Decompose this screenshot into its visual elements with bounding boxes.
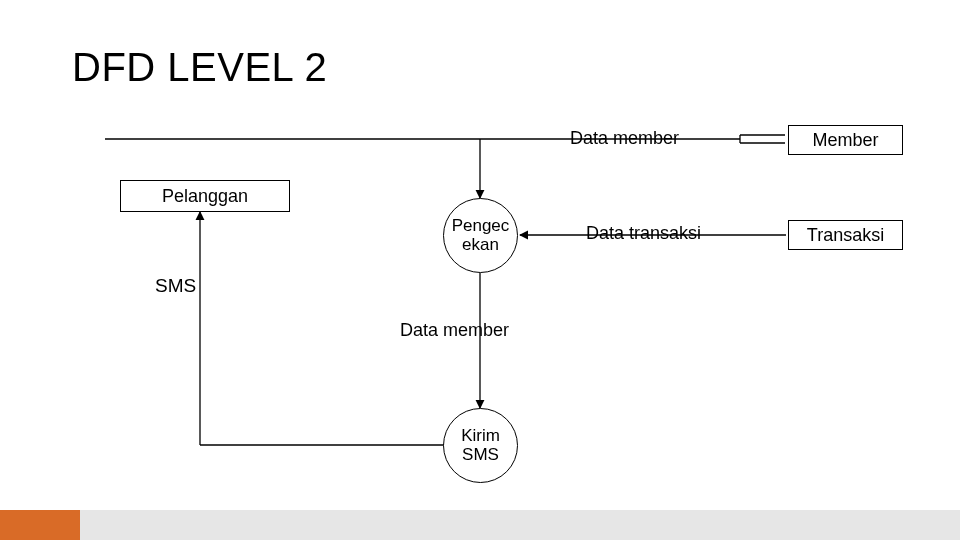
entity-transaksi-label: Transaksi	[807, 225, 884, 246]
process-kirim-sms: Kirim SMS	[443, 408, 518, 483]
process-kirim-sms-label: Kirim SMS	[444, 427, 517, 464]
footer-bar	[0, 510, 960, 540]
entity-member: Member	[788, 125, 903, 155]
entity-transaksi: Transaksi	[788, 220, 903, 250]
flow-data-member-top: Data member	[570, 128, 679, 149]
entity-pelanggan: Pelanggan	[120, 180, 290, 212]
process-pengecekan: Pengec ekan	[443, 198, 518, 273]
entity-member-label: Member	[812, 130, 878, 151]
page-title: DFD LEVEL 2	[72, 45, 327, 90]
process-pengecekan-label: Pengec ekan	[444, 217, 517, 254]
entity-pelanggan-label: Pelanggan	[162, 186, 248, 207]
flow-sms: SMS	[155, 275, 196, 297]
flow-data-member-mid: Data member	[400, 320, 509, 341]
flow-data-transaksi: Data transaksi	[586, 223, 701, 244]
